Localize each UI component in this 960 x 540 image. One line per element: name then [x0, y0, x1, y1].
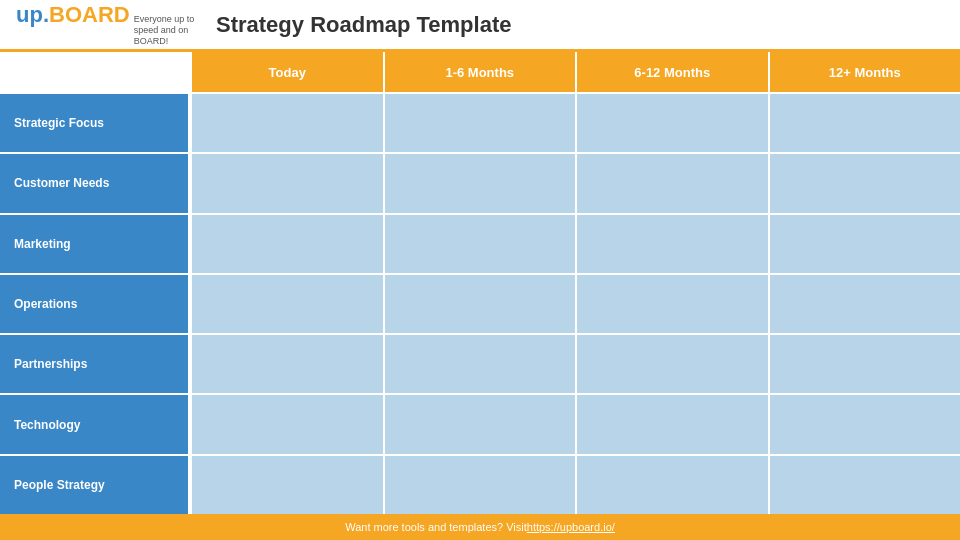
row-cell — [190, 456, 383, 514]
row-cell — [190, 395, 383, 453]
col-header-12plus: 12+ Months — [768, 52, 961, 92]
logo-tagline: Everyone up to speed and on BOARD! — [134, 14, 206, 46]
row-label-technology: Technology — [0, 395, 190, 453]
row-label-marketing: Marketing — [0, 215, 190, 273]
row-label-operations: Operations — [0, 275, 190, 333]
page-title: Strategy Roadmap Template — [216, 12, 511, 38]
row-cell — [383, 395, 576, 453]
row-cell — [383, 456, 576, 514]
row-cell — [383, 335, 576, 393]
footer-text: Want more tools and templates? Visit — [345, 521, 527, 533]
row-cell — [190, 335, 383, 393]
header: up.BOARD Everyone up to speed and on BOA… — [0, 0, 960, 52]
row-cell — [768, 395, 961, 453]
row-cell — [768, 94, 961, 152]
row-label-people-strategy: People Strategy — [0, 456, 190, 514]
col-header-1-6: 1-6 Months — [383, 52, 576, 92]
row-cell — [575, 94, 768, 152]
row-cell — [190, 215, 383, 273]
logo-board: BOARD — [49, 2, 130, 28]
table-row: People Strategy — [0, 454, 960, 514]
row-cell — [383, 275, 576, 333]
table-row: Operations — [0, 273, 960, 333]
row-cell — [190, 94, 383, 152]
logo-area: up.BOARD Everyone up to speed and on BOA… — [16, 2, 206, 46]
row-label-strategic-focus: Strategic Focus — [0, 94, 190, 152]
row-cell — [768, 456, 961, 514]
col-header-today: Today — [190, 52, 383, 92]
row-cell — [575, 275, 768, 333]
row-cell — [768, 154, 961, 212]
row-cell — [190, 154, 383, 212]
table-row: Strategic Focus — [0, 92, 960, 152]
data-rows: Strategic FocusCustomer NeedsMarketingOp… — [0, 92, 960, 514]
footer-link[interactable]: https://upboard.io/ — [527, 521, 615, 533]
row-label-customer-needs: Customer Needs — [0, 154, 190, 212]
table-row: Customer Needs — [0, 152, 960, 212]
row-cell — [575, 456, 768, 514]
row-cell — [383, 94, 576, 152]
col-header-spacer — [0, 52, 190, 92]
col-header-6-12: 6-12 Months — [575, 52, 768, 92]
row-label-partnerships: Partnerships — [0, 335, 190, 393]
row-cell — [190, 275, 383, 333]
row-cell — [575, 215, 768, 273]
table-container: Today 1-6 Months 6-12 Months 12+ Months … — [0, 52, 960, 514]
row-cell — [768, 335, 961, 393]
column-headers-row: Today 1-6 Months 6-12 Months 12+ Months — [0, 52, 960, 92]
table-row: Partnerships — [0, 333, 960, 393]
row-cell — [383, 215, 576, 273]
row-cell — [575, 395, 768, 453]
row-cell — [383, 154, 576, 212]
row-cell — [768, 275, 961, 333]
footer: Want more tools and templates? Visit htt… — [0, 514, 960, 540]
logo-up: up. — [16, 2, 49, 28]
row-cell — [768, 215, 961, 273]
table-row: Technology — [0, 393, 960, 453]
page-wrapper: up.BOARD Everyone up to speed and on BOA… — [0, 0, 960, 540]
row-cell — [575, 335, 768, 393]
row-cell — [575, 154, 768, 212]
table-row: Marketing — [0, 213, 960, 273]
